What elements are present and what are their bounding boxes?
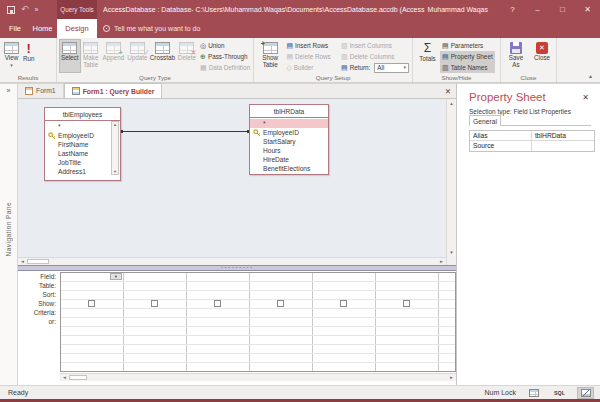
delete-columns-button[interactable]: ▥ Delete Columns [339,51,411,62]
union-button[interactable]: ◎ Union [198,40,252,51]
field-item-startsalary[interactable]: StartSalary [250,137,328,146]
save-as-button[interactable]: Save As [503,39,529,73]
show-checkbox[interactable] [277,300,284,307]
undo-icon[interactable]: ↶ [21,5,29,14]
show-table-button[interactable]: + Show Table [256,39,284,73]
field-item-benefitelections[interactable]: BenefitElections [250,164,328,173]
scroll-left-icon[interactable]: ◄ [18,259,27,264]
tab-general[interactable]: General [469,115,501,126]
help-icon[interactable]: ? [500,0,525,19]
scrollbar-thumb[interactable] [27,259,49,264]
close-icon[interactable]: ✕ [575,0,600,19]
navigation-pane-collapsed[interactable]: » Navigation Pane [0,83,18,385]
property-sheet-button[interactable]: ▤ Property Sheet [440,51,495,62]
show-checkbox[interactable] [403,300,410,307]
view-button[interactable]: View ▾ [2,39,21,73]
collapse-ribbon-icon[interactable]: ▴ [589,72,592,79]
qat-customize-icon[interactable]: » [35,6,39,13]
property-sheet-icon: ▤ [442,53,449,61]
field-cell-dropdown-icon[interactable]: ▾ [110,273,122,280]
property-row-source[interactable]: Source [470,141,594,151]
design-horizontal-scrollbar[interactable]: ◄ ► [18,257,446,265]
field-list-tblEmployees[interactable]: tblEmployees * EmployeeID FirstName Last… [44,107,121,181]
field-list-title[interactable]: tblHRData [250,105,328,118]
tell-me-box[interactable]: Tell me what you want to do [103,19,200,38]
crosstab-button[interactable]: Crosstab [149,39,176,73]
update-button[interactable]: ∕ Update [126,39,149,73]
append-button[interactable]: + Append [101,39,126,73]
delete-rows-button[interactable]: ▤ Delete Rows [284,51,339,62]
expand-nav-pane-icon[interactable]: » [0,87,17,94]
parameters-button[interactable]: ▤ Parameters [440,40,495,51]
grid-horizontal-scrollbar[interactable]: ◄ ► [60,373,456,381]
scroll-right-icon[interactable]: ► [447,375,456,380]
field-item-hours[interactable]: Hours [250,146,328,155]
group-label-show-hide: Show/Hide [413,74,500,82]
show-checkbox[interactable] [151,300,158,307]
field-item-employeeid[interactable]: EmployeeID [45,131,120,140]
scroll-up-icon[interactable]: ▲ [113,122,117,127]
design-view-button[interactable] [577,387,594,399]
property-grid: Alias tblHRData Source [469,130,595,152]
field-list-tblHRData[interactable]: tblHRData * EmployeeID StartSalary Hours… [249,104,329,175]
context-tab-query-tools[interactable]: Query Tools [57,0,97,19]
join-line[interactable] [121,131,249,132]
scroll-left-icon[interactable]: ◄ [60,375,69,380]
scrollbar-thumb[interactable] [69,375,87,380]
field-item-star[interactable]: * [45,122,120,131]
property-value[interactable] [532,141,594,151]
return-label: Return: [350,64,371,71]
window-title: AccessDatabase : Database- C:\Users\Muha… [103,0,425,19]
datasheet-view-button[interactable] [525,387,542,399]
field-item-address1[interactable]: Address1 [45,167,120,176]
tab-file[interactable]: File [2,19,28,38]
run-button[interactable]: ! Run [21,39,37,73]
field-item-firstname[interactable]: FirstName [45,140,120,149]
make-table-button[interactable]: Make Table [81,39,101,73]
qbe-grid[interactable] [60,272,456,372]
scroll-right-icon[interactable]: ► [437,259,446,264]
field-item-jobtitle[interactable]: JobTitle [45,158,120,167]
property-row-alias[interactable]: Alias tblHRData [470,131,594,141]
show-table-icon: + [263,42,278,54]
field-item-lastname[interactable]: LastName [45,149,120,158]
tab-home[interactable]: Home [28,19,57,38]
field-list-title[interactable]: tblEmployees [45,108,120,121]
union-icon: ◎ [200,42,206,50]
tab-form1[interactable]: Form1 [18,83,64,98]
design-vertical-scrollbar[interactable]: ▲ ▼ [446,99,456,257]
user-name[interactable]: Muhammad Waqas [428,6,488,13]
select-query-button[interactable]: Select [59,39,81,73]
minimize-icon[interactable]: – [525,0,550,19]
delete-query-button[interactable]: ✕ Delete [176,39,198,73]
tab-design[interactable]: Design [57,19,97,38]
data-definition-button[interactable]: ▦ Data Definition [198,62,252,73]
return-dropdown-icon: ▾ [403,65,406,70]
field-item-hiredate[interactable]: HireDate [250,155,328,164]
datasheet-view-icon [529,389,539,397]
save-icon[interactable] [7,6,15,14]
return-combobox[interactable]: All ▾ [374,63,409,73]
close-builder-button[interactable]: ✕ Close [529,39,555,73]
insert-rows-button[interactable]: ▤ Insert Rows [284,40,339,51]
close-document-icon[interactable]: ✕ [445,87,451,96]
scroll-down-icon[interactable]: ▼ [449,248,453,257]
pass-through-button[interactable]: ⊕ Pass-Through [198,51,252,62]
close-property-sheet-icon[interactable]: ✕ [582,93,589,102]
insert-columns-button[interactable]: ▥ Insert Columns [339,40,411,51]
sql-view-button[interactable]: SQL [551,387,568,399]
maximize-icon[interactable]: □ [550,0,575,19]
scroll-up-icon[interactable]: ▲ [449,99,453,108]
field-item-employeeid[interactable]: EmployeeID [250,128,328,137]
field-list-scrollbar[interactable]: ▲ ▼ [111,121,119,175]
scroll-down-icon[interactable]: ▼ [113,169,117,174]
totals-button[interactable]: Σ Totals [415,39,440,73]
tab-query-builder[interactable]: Form1 : Query Builder [64,83,163,98]
show-checkbox[interactable] [340,300,347,307]
show-checkbox[interactable] [214,300,221,307]
show-checkbox[interactable] [88,300,95,307]
field-item-star[interactable]: * [250,119,328,128]
table-names-button[interactable]: ▥ Table Names [440,62,495,73]
property-value[interactable]: tblHRData [532,131,594,140]
builder-button[interactable]: ◇ Builder [284,62,339,73]
